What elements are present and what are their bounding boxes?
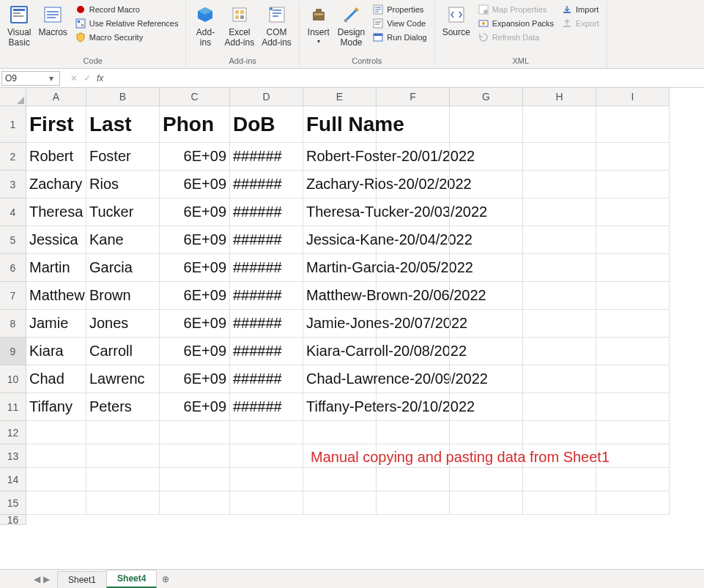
cell-H3[interactable]: [523, 171, 596, 198]
cell-B6[interactable]: Garcia: [86, 254, 160, 282]
macros-button[interactable]: Macros: [35, 1, 70, 40]
row-header-13[interactable]: 13: [0, 444, 26, 468]
cell-C9[interactable]: 6E+09: [160, 338, 230, 365]
cell-D14[interactable]: [230, 468, 303, 491]
cell-B10[interactable]: Lawrenc: [86, 365, 160, 393]
cell-A4[interactable]: Theresa: [26, 198, 86, 226]
cell-A1[interactable]: First: [26, 106, 86, 143]
cell-E2[interactable]: Robert-Foster-20/01/2022: [303, 143, 377, 171]
row-header-8[interactable]: 8: [0, 310, 26, 338]
chevron-down-icon[interactable]: ▾: [46, 73, 56, 83]
cell-B7[interactable]: Brown: [86, 282, 160, 310]
cell-E8[interactable]: Jamie-Jones-20/07/2022: [303, 310, 377, 338]
cell-E3[interactable]: Zachary-Rios-20/02/2022: [303, 171, 377, 198]
cell-G10[interactable]: [450, 365, 523, 393]
cell-A6[interactable]: Martin: [26, 254, 86, 282]
cell-C10[interactable]: 6E+09: [160, 365, 230, 393]
row-header-10[interactable]: 10: [0, 365, 26, 393]
cell-F6[interactable]: [377, 254, 450, 282]
cell-C11[interactable]: 6E+09: [160, 393, 230, 421]
cell-E12[interactable]: [303, 421, 377, 444]
cell-C15[interactable]: [160, 491, 230, 515]
cell-A2[interactable]: Robert: [26, 143, 86, 171]
cell-F2[interactable]: [377, 143, 450, 171]
name-box[interactable]: O9 ▾: [1, 71, 60, 86]
cell-F9[interactable]: [377, 338, 450, 365]
cell-B9[interactable]: Carroll: [86, 338, 160, 365]
cell-D5[interactable]: ######: [230, 226, 303, 254]
cell-E10[interactable]: Chad-Lawrence-20/09/2022: [303, 365, 377, 393]
row-header-9[interactable]: 9: [0, 338, 26, 365]
cell-I11[interactable]: [596, 393, 670, 421]
cell-G12[interactable]: [450, 421, 523, 444]
cell-G1[interactable]: [450, 106, 523, 143]
cell-C4[interactable]: 6E+09: [160, 198, 230, 226]
cell-E6[interactable]: Martin-Garcia-20/05/2022: [303, 254, 377, 282]
cell-I2[interactable]: [596, 143, 670, 171]
visual-basic-button[interactable]: Visual Basic: [4, 1, 34, 50]
row-header-5[interactable]: 5: [0, 226, 26, 254]
column-header-B[interactable]: B: [86, 88, 160, 106]
cell-H5[interactable]: [523, 226, 596, 254]
cell-B13[interactable]: [86, 444, 160, 468]
cell-A13[interactable]: [26, 444, 86, 468]
column-header-D[interactable]: D: [230, 88, 303, 106]
cell-G9[interactable]: [450, 338, 523, 365]
cell-A10[interactable]: Chad: [26, 365, 86, 393]
next-sheet-icon[interactable]: ▶: [43, 574, 50, 584]
cell-H7[interactable]: [523, 282, 596, 310]
cell-H1[interactable]: [523, 106, 596, 143]
cell-F7[interactable]: [377, 282, 450, 310]
row-header-7[interactable]: 7: [0, 282, 26, 310]
column-header-G[interactable]: G: [450, 88, 523, 106]
cell-H15[interactable]: [523, 491, 596, 515]
cell-B15[interactable]: [86, 491, 160, 515]
cell-D6[interactable]: ######: [230, 254, 303, 282]
cell-I14[interactable]: [596, 468, 670, 491]
insert-button[interactable]: Insert▾: [304, 1, 333, 46]
cell-C3[interactable]: 6E+09: [160, 171, 230, 198]
cell-I10[interactable]: [596, 365, 670, 393]
cell-I3[interactable]: [596, 171, 670, 198]
column-header-H[interactable]: H: [523, 88, 596, 106]
cell-B1[interactable]: Last: [86, 106, 160, 143]
cell-B2[interactable]: Foster: [86, 143, 160, 171]
cell-G2[interactable]: [450, 143, 523, 171]
excel-addins-button[interactable]: Excel Add-ins: [221, 1, 257, 50]
cell-E7[interactable]: Matthew-Brown-20/06/2022: [303, 282, 377, 310]
rel-refs-button[interactable]: Use Relative References: [72, 17, 182, 30]
cell-D9[interactable]: ######: [230, 338, 303, 365]
cell-I6[interactable]: [596, 254, 670, 282]
cell-I1[interactable]: [596, 106, 670, 143]
cell-H9[interactable]: [523, 338, 596, 365]
cell-F1[interactable]: [377, 106, 450, 143]
cell-F5[interactable]: [377, 226, 450, 254]
cell-E14[interactable]: [303, 468, 377, 491]
cell-D12[interactable]: [230, 421, 303, 444]
cell-I7[interactable]: [596, 282, 670, 310]
cell-F4[interactable]: [377, 198, 450, 226]
cell-H4[interactable]: [523, 198, 596, 226]
source-button[interactable]: Source: [440, 1, 473, 40]
cell-D8[interactable]: ######: [230, 310, 303, 338]
cell-C7[interactable]: 6E+09: [160, 282, 230, 310]
cell-I5[interactable]: [596, 226, 670, 254]
cell-D10[interactable]: ######: [230, 365, 303, 393]
cell-F14[interactable]: [377, 468, 450, 491]
row-header-16[interactable]: 16: [0, 515, 26, 525]
cell-E5[interactable]: Jessica-Kane-20/04/2022: [303, 226, 377, 254]
cell-A14[interactable]: [26, 468, 86, 491]
cell-C6[interactable]: 6E+09: [160, 254, 230, 282]
cell-I15[interactable]: [596, 491, 670, 515]
cell-B8[interactable]: Jones: [86, 310, 160, 338]
cell-H14[interactable]: [523, 468, 596, 491]
record-macro-button[interactable]: Record Macro: [72, 3, 182, 16]
view-code-button[interactable]: View Code: [369, 17, 429, 30]
cell-F12[interactable]: [377, 421, 450, 444]
cell-D13[interactable]: [230, 444, 303, 468]
cell-I4[interactable]: [596, 198, 670, 226]
row-header-11[interactable]: 11: [0, 393, 26, 421]
cell-A8[interactable]: Jamie: [26, 310, 86, 338]
row-header-15[interactable]: 15: [0, 491, 26, 515]
cell-E15[interactable]: [303, 491, 377, 515]
